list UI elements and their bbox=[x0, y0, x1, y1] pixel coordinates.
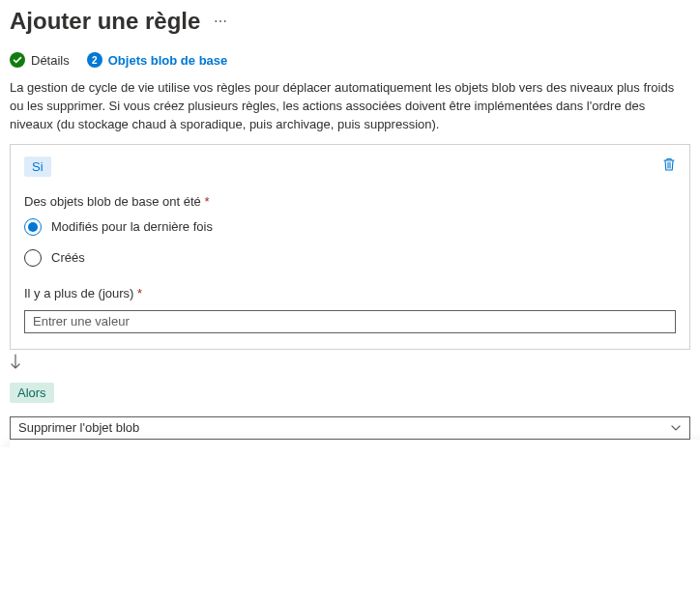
if-panel: Si Des objets blob de base ont été * Mod… bbox=[10, 144, 690, 350]
dropdown-option[interactable]: Déplacer vers le stockage froidPour les … bbox=[10, 443, 700, 447]
step-details-label: Détails bbox=[31, 53, 70, 68]
step-details[interactable]: Détails bbox=[10, 52, 70, 68]
description-text: La gestion de cycle de vie utilise vos r… bbox=[10, 79, 690, 134]
step-tabs: Détails 2 Objets blob de base bbox=[10, 52, 690, 68]
step-number-icon: 2 bbox=[87, 52, 102, 68]
more-icon[interactable]: ⋯ bbox=[214, 14, 227, 29]
radio-modified[interactable]: Modifiés pour la dernière fois bbox=[24, 218, 676, 236]
condition-radio-group: Modifiés pour la dernière fois Créés bbox=[24, 218, 676, 267]
then-tag: Alors bbox=[10, 383, 54, 403]
action-select[interactable]: Supprimer l'objet blob bbox=[10, 416, 690, 440]
if-tag: Si bbox=[24, 157, 51, 177]
check-circle-icon bbox=[10, 52, 25, 68]
chevron-down-icon bbox=[670, 422, 682, 434]
delete-icon[interactable] bbox=[662, 157, 676, 172]
radio-icon bbox=[24, 218, 42, 236]
radio-icon bbox=[24, 249, 42, 267]
base-blobs-label: Des objets blob de base ont été * bbox=[24, 194, 676, 209]
radio-created[interactable]: Créés bbox=[24, 249, 676, 267]
action-select-value: Supprimer l'objet blob bbox=[18, 420, 139, 435]
radio-modified-label: Modifiés pour la dernière fois bbox=[51, 219, 213, 234]
page-title: Ajouter une règle bbox=[10, 8, 200, 35]
action-dropdown: Déplacer vers le stockage froidPour les … bbox=[10, 440, 700, 447]
days-label: Il y a plus de (jours) * bbox=[24, 286, 676, 300]
days-input[interactable] bbox=[24, 310, 676, 333]
step-base-blobs[interactable]: 2 Objets blob de base bbox=[87, 52, 228, 68]
radio-created-label: Créés bbox=[51, 250, 85, 265]
then-panel: Alors Supprimer l'objet blob Déplacer ve… bbox=[10, 373, 690, 440]
step-base-blobs-label: Objets blob de base bbox=[108, 53, 228, 68]
arrow-down-icon bbox=[10, 354, 690, 371]
